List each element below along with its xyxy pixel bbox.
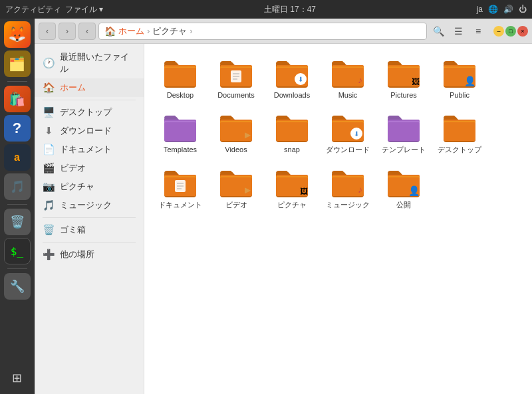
file-grid: Desktop Documents <box>155 54 521 213</box>
topbar-center: 土曜日 17：47 <box>264 4 316 15</box>
fm-header: ‹ › ‹ 🏠 ホーム › ピクチャ › 🔍 ☰ ≡ – □ × <box>35 19 532 44</box>
downloads-icon: ⬇ <box>43 125 55 137</box>
sidebar-separator-1 <box>43 100 136 100</box>
sidebar-item-documents[interactable]: 📄 ドキュメント <box>35 140 144 159</box>
file-label: 公開 <box>396 200 411 209</box>
sidebar-item-trash[interactable]: 🗑️ ゴミ箱 <box>35 221 144 239</box>
file-label: Music <box>338 90 358 100</box>
file-item[interactable]: 🖼 ピクチャ <box>267 164 317 213</box>
sidebar-downloads-label: ダウンロード <box>60 125 112 137</box>
sidebar-item-downloads[interactable]: ⬇ ダウンロード <box>35 122 144 140</box>
sidebar-pictures-label: ピクチャ <box>60 181 94 193</box>
dock-help[interactable]: ? <box>4 115 31 142</box>
sidebar-desktop-label: デスクトップ <box>60 106 112 118</box>
sidebar-item-videos[interactable]: 🎬 ビデオ <box>35 159 144 177</box>
file-item[interactable]: Desktop <box>155 54 205 104</box>
file-menu[interactable]: ファイル ▾ <box>65 4 103 15</box>
file-manager: ‹ › ‹ 🏠 ホーム › ピクチャ › 🔍 ☰ ≡ – □ × <box>35 19 532 394</box>
datetime-label: 土曜日 17：47 <box>264 4 316 15</box>
file-item[interactable]: デスクトップ <box>434 109 485 158</box>
lang-indicator[interactable]: ja <box>477 5 483 14</box>
file-item[interactable]: snap <box>267 109 317 158</box>
file-label: snap <box>284 145 300 154</box>
dock-apps[interactable]: ⊞ <box>4 365 31 391</box>
breadcrumb-next: › <box>190 26 192 36</box>
file-item[interactable]: 🖼 Pictures <box>378 54 429 104</box>
dock-separator-1 <box>7 81 27 82</box>
file-item[interactable]: 👤 公開 <box>378 164 429 213</box>
fm-header-actions: 🔍 ☰ ≡ <box>430 23 487 40</box>
sidebar-documents-label: ドキュメント <box>60 144 112 155</box>
topbar-right: ja 🌐 🔊 ⏻ <box>477 5 527 14</box>
file-item[interactable]: ▶ ビデオ <box>211 164 261 213</box>
sidebar-item-recent[interactable]: 🕐 最近開いたファイル <box>35 48 144 78</box>
activity-label[interactable]: アクティビティ <box>5 4 61 15</box>
dock-software[interactable]: 🛍️ <box>4 86 31 112</box>
power-icon[interactable]: ⏻ <box>519 5 527 14</box>
file-item[interactable]: ▶ Videos <box>211 109 261 158</box>
file-item[interactable]: テンプレート <box>378 109 429 158</box>
file-label: ミュージック <box>326 200 370 209</box>
topbar-left: アクティビティ ファイル ▾ <box>5 4 103 15</box>
file-item[interactable]: Documents <box>211 54 261 104</box>
breadcrumb-separator: › <box>147 26 150 36</box>
network-icon[interactable]: 🌐 <box>488 5 498 14</box>
trash-sidebar-icon: 🗑️ <box>43 224 55 236</box>
forward-button[interactable]: › <box>59 23 76 40</box>
dock-files[interactable]: 🗂️ <box>4 50 31 77</box>
pictures-icon: 📷 <box>43 181 55 193</box>
home-icon: 🏠 <box>104 26 116 37</box>
file-item[interactable]: 👤 Public <box>434 54 485 104</box>
file-item[interactable]: ドキュメント <box>155 164 205 213</box>
sidebar-other-label: 他の場所 <box>60 248 94 260</box>
file-label: Videos <box>225 145 247 154</box>
dock-tools[interactable]: 🔧 <box>4 273 31 300</box>
current-folder-label: ピクチャ <box>152 25 187 37</box>
videos-icon: 🎬 <box>43 162 55 174</box>
recent-icon: 🕐 <box>43 57 55 69</box>
music-icon: 🎵 <box>43 199 55 211</box>
file-grid-area: Desktop Documents <box>144 44 532 394</box>
dock: 🦊 🗂️ 🛍️ ? a 🎵 🗑️ $_ 🔧 ⊞ <box>0 19 35 394</box>
file-item[interactable]: ♪ Music <box>323 54 373 104</box>
file-label: Pictures <box>390 90 417 100</box>
file-item[interactable]: ♪ ミュージック <box>323 164 373 213</box>
menu-button[interactable]: ≡ <box>469 23 487 40</box>
minimize-button[interactable]: – <box>493 26 504 37</box>
file-label: ダウンロード <box>326 145 370 154</box>
file-item[interactable]: ⬇ Downloads <box>267 54 317 104</box>
file-item[interactable]: Templates <box>155 109 205 158</box>
sidebar-item-home[interactable]: 🏠 ホーム <box>35 78 144 97</box>
sidebar-trash-label: ゴミ箱 <box>60 224 86 236</box>
file-item[interactable]: ⬇ ダウンロード <box>323 109 373 158</box>
file-label: Templates <box>164 145 197 154</box>
dock-trash[interactable]: 🗑️ <box>4 209 31 235</box>
sidebar-item-pictures[interactable]: 📷 ピクチャ <box>35 177 144 196</box>
file-label: ピクチャ <box>277 200 307 209</box>
back-button[interactable]: ‹ <box>39 23 56 40</box>
sidebar-music-label: ミュージック <box>60 199 112 211</box>
sidebar-item-desktop[interactable]: 🖥️ デスクトップ <box>35 103 144 122</box>
close-button[interactable]: × <box>517 26 528 37</box>
file-label: ドキュメント <box>158 200 202 209</box>
dock-firefox[interactable]: 🦊 <box>4 21 31 48</box>
maximize-button[interactable]: □ <box>505 26 516 37</box>
home-breadcrumb-label[interactable]: ホーム <box>118 25 144 37</box>
dock-separator-3 <box>7 268 27 269</box>
sidebar: 🕐 最近開いたファイル 🏠 ホーム 🖥️ デスクトップ ⬇ ダウンロード <box>35 44 144 394</box>
search-button[interactable]: 🔍 <box>430 23 447 40</box>
home-sidebar-icon: 🏠 <box>43 82 55 94</box>
dock-music[interactable]: 🎵 <box>4 173 31 200</box>
main-layout: 🦊 🗂️ 🛍️ ? a 🎵 🗑️ $_ 🔧 ⊞ <box>0 19 532 394</box>
volume-icon[interactable]: 🔊 <box>503 5 513 14</box>
prev-location-button[interactable]: ‹ <box>78 23 96 40</box>
sidebar-item-other[interactable]: ➕ 他の場所 <box>35 245 144 264</box>
sidebar-home-label: ホーム <box>60 82 86 94</box>
sidebar-item-music[interactable]: 🎵 ミュージック <box>35 196 144 215</box>
file-label: デスクトップ <box>438 145 481 154</box>
file-label: Desktop <box>167 90 194 100</box>
view-options-button[interactable]: ☰ <box>450 23 467 40</box>
dock-terminal[interactable]: $_ <box>4 238 31 264</box>
dock-amazon[interactable]: a <box>4 144 31 171</box>
desktop-icon: 🖥️ <box>43 106 55 118</box>
